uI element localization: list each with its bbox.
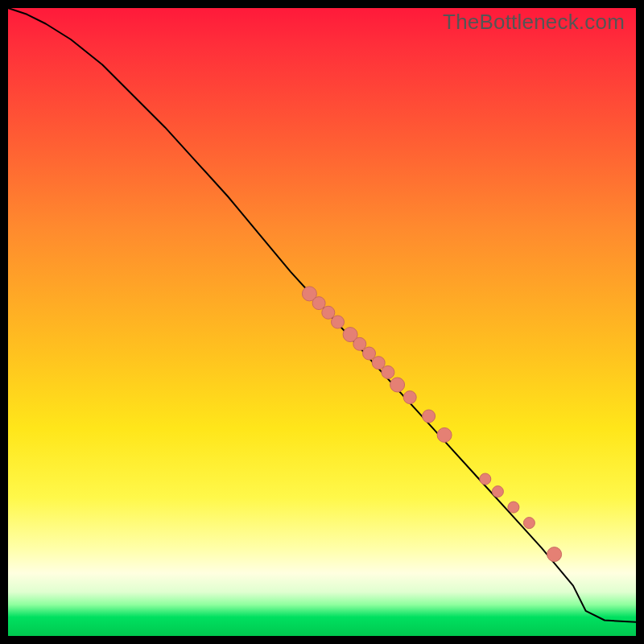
marker-dot [523,518,535,529]
marker-dot [390,378,405,392]
marker-dot [437,427,452,442]
marker-dot [423,410,436,423]
marker-dot [403,391,416,404]
marker-dot [508,502,519,513]
marker-dot [480,473,491,485]
chart-overlay [8,8,636,636]
marker-dot [382,365,394,378]
marker-dot [492,486,503,497]
marker-dot [372,357,385,369]
marker-dot [332,316,345,328]
plot-area: TheBottleneck.com [8,8,636,636]
marker-dot [363,347,376,360]
marker-dot [312,297,325,310]
marker-dot [547,547,562,562]
chart-frame: TheBottleneck.com [0,0,644,644]
marker-dot [322,306,335,319]
marker-group [302,287,561,562]
marker-dot [353,337,366,350]
